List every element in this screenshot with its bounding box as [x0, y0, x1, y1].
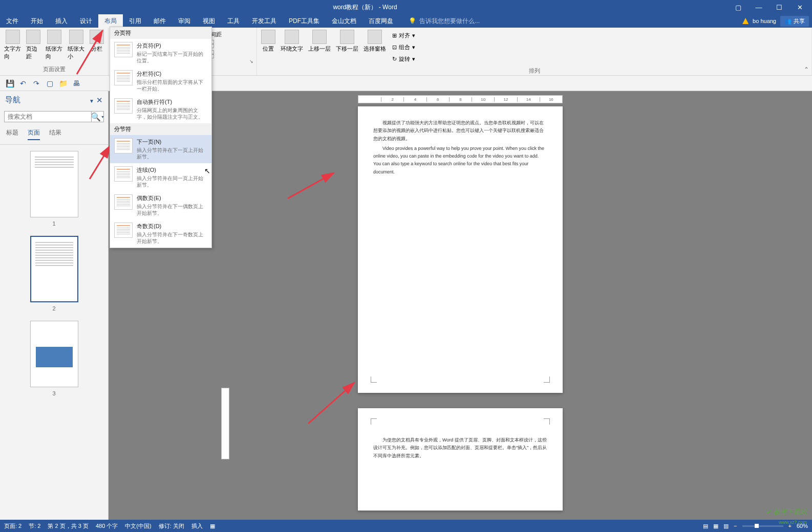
next-page-break-item[interactable]: 下一页(N)插入分节符并在下一页上开始新节。 ↖ [110, 135, 211, 163]
tab-mailings[interactable]: 邮件 [147, 14, 172, 28]
status-mode[interactable]: 插入 [191, 522, 203, 530]
page-break-icon [114, 42, 133, 57]
status-page[interactable]: 页面: 2 [4, 522, 22, 530]
align-label: 对齐 [399, 32, 410, 39]
align-button[interactable]: ⊞ 对齐 ▾ [391, 31, 416, 40]
tell-me[interactable]: 💡 告诉我您想要做什么... [409, 17, 480, 26]
margins-label: 页边距 [26, 45, 40, 60]
tab-view[interactable]: 视图 [197, 14, 221, 28]
horizontal-ruler[interactable]: 2 4 6 8 10 12 14 16 [358, 95, 563, 103]
send-backward-button[interactable]: 下移一层 [334, 29, 360, 54]
macro-icon[interactable]: ▦ [210, 523, 215, 529]
status-track[interactable]: 修订: 关闭 [159, 522, 184, 530]
text-wrap-break-item[interactable]: 自动换行符(T)分隔网页上的对象周围的文字，如分隔题注文字与正文。 [110, 95, 211, 123]
save-icon[interactable]: 💾 [5, 79, 14, 88]
thumbnail-1[interactable] [30, 151, 78, 217]
tab-references[interactable]: 引用 [123, 14, 147, 28]
ruler-tick: 10 [472, 97, 494, 102]
group-button[interactable]: ⊡ 组合 ▾ [391, 42, 416, 52]
crop-mark-icon [371, 376, 377, 383]
size-button[interactable]: 纸张大小 [66, 29, 87, 61]
size-icon [69, 30, 83, 44]
tab-design[interactable]: 设计 [74, 14, 98, 28]
warning-icon [742, 18, 749, 24]
tab-jinshan[interactable]: 金山文档 [326, 14, 362, 28]
wrap-text-button[interactable]: 环绕文字 [279, 29, 305, 54]
document-area[interactable]: 2 4 6 8 10 12 14 16 视频提供了功能强大的方法帮助您证明您的观… [109, 91, 812, 520]
open-icon[interactable]: 📁 [58, 79, 68, 88]
margins-button[interactable]: 页边距 [24, 29, 42, 61]
ribbon-options-icon[interactable]: ▢ [730, 2, 746, 12]
nav-close-icon[interactable]: ✕ [96, 96, 103, 104]
nav-dropdown-icon[interactable]: ▼ [89, 98, 94, 104]
tab-review[interactable]: 审阅 [172, 14, 197, 28]
thumbnail-2[interactable] [30, 236, 78, 302]
position-button[interactable]: 位置 [259, 29, 277, 54]
text-wrap-break-icon [114, 98, 133, 114]
collapse-ribbon-icon[interactable]: ⌃ [804, 66, 809, 73]
odd-page-break-item[interactable]: 奇数页(D)插入分节符并在下一奇数页上开始新节。 [110, 219, 211, 248]
rotate-label: 旋转 [399, 55, 410, 63]
bring-forward-button[interactable]: 上移一层 [306, 29, 333, 54]
user-name[interactable]: bo huang [753, 18, 776, 24]
maximize-icon[interactable]: ☐ [771, 2, 787, 12]
tab-developer[interactable]: 开发工具 [246, 14, 283, 28]
nav-tab-headings[interactable]: 标题 [6, 128, 18, 140]
search-input[interactable] [5, 112, 91, 122]
web-layout-icon[interactable]: ▥ [723, 523, 729, 529]
send-backward-icon [340, 30, 354, 44]
vertical-ruler[interactable] [221, 388, 229, 459]
zoom-out-icon[interactable]: − [734, 523, 737, 529]
selection-pane-button[interactable]: 选择窗格 [361, 29, 388, 54]
tab-pdf[interactable]: PDF工具集 [283, 14, 326, 28]
status-language[interactable]: 中文(中国) [125, 522, 151, 530]
tab-insert[interactable]: 插入 [49, 14, 74, 28]
columns-button[interactable]: 分栏 [88, 29, 106, 54]
group-objects-label: 组合 [399, 43, 410, 51]
column-break-item[interactable]: 分栏符(C)指示分栏符后面的文字将从下一栏开始。 [110, 67, 211, 95]
breaks-dropdown: 分页符 分页符(P)标记一页结束与下一页开始的位置。 分栏符(C)指示分栏符后面… [110, 27, 212, 248]
read-mode-icon[interactable]: ▤ [703, 523, 708, 529]
orientation-button[interactable]: 纸张方向 [44, 29, 65, 61]
status-section[interactable]: 节: 2 [29, 522, 40, 530]
zoom-slider[interactable] [742, 525, 783, 527]
page-break-item[interactable]: 分页符(P)标记一页结束与下一页开始的位置。 [110, 39, 211, 67]
search-button[interactable]: 🔍▼ [91, 112, 103, 122]
nav-title: 导航 [5, 95, 20, 105]
print-layout-icon[interactable]: ▦ [713, 523, 718, 529]
close-icon[interactable]: ✕ [792, 2, 808, 12]
doc-paragraph-1: 视频提供了功能强大的方法帮助您证明您的观点。当您单击联机视频时，可以在想要添加的… [373, 119, 547, 143]
statusbar: 页面: 2 节: 2 第 2 页，共 3 页 480 个字 中文(中国) 修订:… [0, 520, 812, 532]
page-break-desc: 标记一页结束与下一页开始的位置。 [137, 51, 207, 64]
rotate-button[interactable]: ↻ 旋转 ▾ [391, 54, 416, 64]
tab-layout[interactable]: 布局 [98, 14, 123, 28]
page-1[interactable]: 视频提供了功能强大的方法帮助您证明您的观点。当您单击联机视频时，可以在想要添加的… [358, 106, 563, 393]
redo-icon[interactable]: ↷ [32, 79, 41, 88]
odd-page-break-icon [114, 223, 133, 238]
share-icon: 👥 [784, 18, 792, 25]
nav-tab-pages[interactable]: 页面 [28, 128, 40, 140]
minimize-icon[interactable]: — [751, 2, 767, 12]
even-page-break-item[interactable]: 偶数页(E)插入分节符并在下一偶数页上开始新节。 [110, 191, 211, 219]
page-2[interactable]: 为使您的文档具有专业外观，Word 提供了页眉、页脚、封面和文本框设计，这些设计… [358, 408, 563, 511]
text-wrap-break-title: 自动换行符(T) [137, 98, 207, 106]
text-direction-button[interactable]: 文字方向 [2, 29, 23, 61]
new-icon[interactable]: ▢ [45, 79, 54, 88]
tab-tools[interactable]: 工具 [221, 14, 246, 28]
thumbnail-3[interactable] [30, 321, 78, 387]
arrange-label: 排列 [259, 66, 809, 76]
svg-line-0 [288, 173, 334, 198]
undo-icon[interactable]: ↶ [18, 79, 28, 88]
nav-tab-results[interactable]: 结果 [49, 128, 61, 140]
wrap-text-label: 环绕文字 [281, 45, 303, 53]
ruler-tick: 2 [381, 97, 403, 102]
tab-baidu[interactable]: 百度网盘 [362, 14, 399, 28]
print-icon[interactable]: 🖶 [72, 79, 81, 88]
share-button[interactable]: 👥 共享 [780, 16, 809, 27]
status-pages[interactable]: 第 2 页，共 3 页 [48, 522, 88, 530]
status-words[interactable]: 480 个字 [96, 522, 118, 530]
tab-file[interactable]: 文件 [0, 14, 25, 28]
tab-home[interactable]: 开始 [25, 14, 49, 28]
continuous-break-item[interactable]: 连续(O)插入分节符并在同一页上开始新节。 [110, 163, 211, 191]
page-breaks-header: 分页符 [110, 27, 211, 39]
